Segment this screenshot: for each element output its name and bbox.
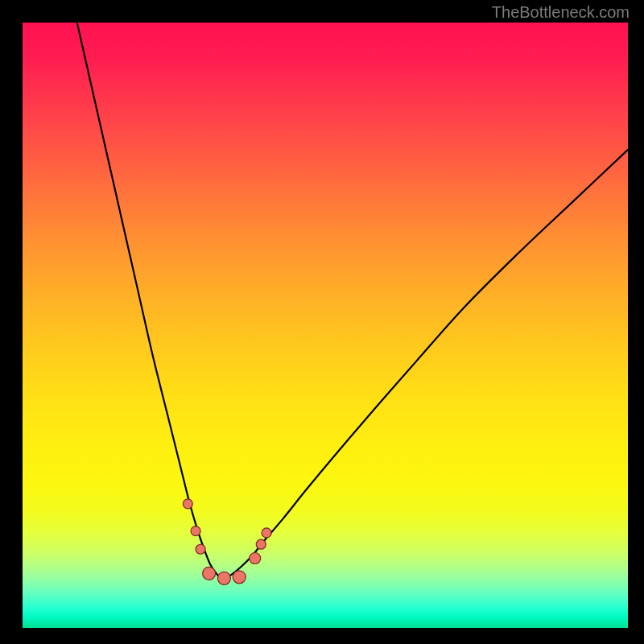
curve-left-curve (77, 23, 222, 580)
data-marker (203, 567, 216, 580)
plot-area (23, 23, 628, 628)
data-marker (191, 526, 200, 536)
data-marker (217, 572, 230, 584)
curves-svg (23, 23, 628, 628)
data-marker (256, 539, 266, 549)
chart-container: TheBottleneck.com (0, 0, 644, 644)
data-marker (196, 544, 205, 554)
data-marker (183, 499, 192, 509)
data-marker (250, 553, 261, 564)
watermark-text: TheBottleneck.com (492, 3, 630, 22)
data-marker (233, 571, 246, 584)
data-marker (262, 528, 271, 538)
curve-right-curve (222, 150, 628, 580)
